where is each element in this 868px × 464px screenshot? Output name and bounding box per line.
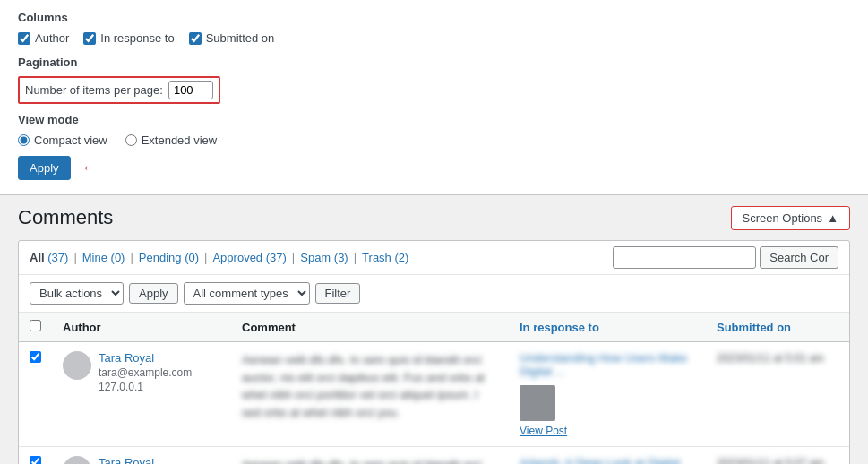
items-per-page-input[interactable] <box>168 81 213 99</box>
filter-spam[interactable]: Spam (3) <box>300 251 348 264</box>
view-mode-radios: Compact view Extended view <box>18 133 850 147</box>
filter-mine[interactable]: Mine (0) <box>82 251 125 264</box>
checkbox-author[interactable]: Author <box>18 31 69 45</box>
filter-all[interactable]: All (37) <box>30 251 68 264</box>
table-row: Tara Royal tara@example.com 127.0.0.1 Ae… <box>19 447 849 465</box>
arrow-indicator: ← <box>82 159 98 177</box>
response-header-label: In response to <box>520 321 599 334</box>
row-author-cell: Tara Royal tara@example.com 127.0.0.1 <box>52 447 231 465</box>
apply-label: Apply <box>30 161 59 175</box>
submitted-date-0: 2023/01/11 at 5:01 am <box>717 352 824 365</box>
author-ip-0: 127.0.0.1 <box>99 381 192 393</box>
comment-text-0: Aenean velit dfs dfs. In sem quis id bla… <box>242 351 498 421</box>
comment-text-1: Aenean velit dfs dfs. In sem quis id bla… <box>242 456 498 464</box>
pagination-box: Number of items per page: <box>18 76 220 104</box>
radio-extended-input[interactable] <box>125 134 137 146</box>
select-all-checkbox[interactable] <box>30 320 41 331</box>
response-title-1: Artwork: A Deep Look at Digital Art and … <box>520 456 695 464</box>
filter-pending[interactable]: Pending (0) <box>139 251 199 264</box>
comment-header-label: Comment <box>242 321 296 334</box>
row-check-cell <box>19 342 52 447</box>
columns-title: Columns <box>18 11 850 24</box>
search-button[interactable]: Search Cor <box>760 246 838 269</box>
screen-options-button[interactable]: Screen Options ▲ <box>731 206 850 230</box>
row-response-cell: Artwork: A Deep Look at Digital Art and … <box>509 447 706 465</box>
th-response: In response to <box>509 313 706 342</box>
row-checkbox-0[interactable] <box>30 351 41 363</box>
view-mode-title: View mode <box>18 113 850 126</box>
avatar-0 <box>63 351 91 380</box>
checkbox-in-response-label: In response to <box>100 31 174 45</box>
submitted-header-label: Submitted on <box>717 321 791 334</box>
comments-table: Author Comment In response to Submitted … <box>19 313 849 464</box>
submitted-date-1: 2023/01/11 at 5:07 am <box>717 457 824 464</box>
response-thumb-0 <box>520 385 555 421</box>
checkbox-in-response-input[interactable] <box>83 32 96 45</box>
screen-options-label: Screen Options <box>743 211 823 225</box>
row-submitted-cell: 2023/01/11 at 5:01 am <box>706 342 849 447</box>
filter-trash[interactable]: Trash (2) <box>362 251 408 264</box>
row-submitted-cell: 2023/01/11 at 5:07 am <box>706 447 849 465</box>
filter-links: All (37) | Mine (0) | Pending (0) | Appr… <box>30 251 408 264</box>
pagination-label: Number of items per page: <box>25 83 163 97</box>
filter-bar: Bulk actions Apply All comment types Fil… <box>19 275 849 313</box>
row-checkbox-1[interactable] <box>30 456 41 464</box>
screen-options-arrow-icon: ▲ <box>827 211 838 225</box>
th-author: Author <box>52 313 231 342</box>
th-check <box>19 313 52 342</box>
filter-approved[interactable]: Approved (37) <box>212 251 286 264</box>
search-input[interactable] <box>613 246 756 269</box>
radio-extended[interactable]: Extended view <box>125 133 218 147</box>
pagination-row: Number of items per page: <box>18 76 850 104</box>
radio-compact-input[interactable] <box>18 134 30 146</box>
checkbox-submitted-label: Submitted on <box>206 31 275 45</box>
screen-options-panel: Columns Author In response to Submitted … <box>0 0 868 195</box>
row-response-cell: Understanding How Users Make Digital ...… <box>509 342 706 447</box>
table-row: Tara Royal tara@example.com 127.0.0.1 Ae… <box>19 342 849 447</box>
pagination-title: Pagination <box>18 56 850 69</box>
radio-extended-label: Extended view <box>142 133 218 147</box>
search-row: Search Cor <box>613 246 838 269</box>
page-header: Comments Screen Options ▲ <box>0 195 868 233</box>
author-email-0: tara@example.com <box>99 366 192 379</box>
radio-compact-label: Compact view <box>34 133 107 147</box>
author-name-1: Tara Royal <box>99 456 192 464</box>
avatar-1 <box>63 456 91 464</box>
checkbox-author-label: Author <box>35 31 69 45</box>
page-title: Comments <box>18 202 113 233</box>
th-comment: Comment <box>231 313 509 342</box>
row-comment-cell: Aenean velit dfs dfs. In sem quis id bla… <box>231 342 509 447</box>
author-name-0: Tara Royal <box>99 351 192 365</box>
screen-options-apply-button[interactable]: Apply <box>18 156 71 180</box>
checkbox-in-response[interactable]: In response to <box>83 31 174 45</box>
comment-types-select[interactable]: All comment types <box>184 282 310 305</box>
comments-wrap: All (37) | Mine (0) | Pending (0) | Appr… <box>18 240 850 464</box>
columns-checkboxes: Author In response to Submitted on <box>18 31 850 45</box>
th-submitted: Submitted on <box>706 313 849 342</box>
checkbox-submitted-input[interactable] <box>189 32 202 45</box>
bulk-actions-select[interactable]: Bulk actions <box>30 282 124 305</box>
author-header-label: Author <box>63 321 101 334</box>
row-comment-cell: Aenean velit dfs dfs. In sem quis id bla… <box>231 447 509 465</box>
table-header-row: Author Comment In response to Submitted … <box>19 313 849 342</box>
radio-compact[interactable]: Compact view <box>18 133 107 147</box>
filter-button[interactable]: Filter <box>315 283 361 304</box>
checkbox-submitted[interactable]: Submitted on <box>189 31 275 45</box>
main-content: Comments Screen Options ▲ All (37) | Min… <box>0 195 868 464</box>
checkbox-author-input[interactable] <box>18 32 30 45</box>
response-link-0[interactable]: View Post <box>520 425 695 437</box>
response-title-0: Understanding How Users Make Digital ... <box>520 351 695 378</box>
row-author-cell: Tara Royal tara@example.com 127.0.0.1 <box>52 342 231 447</box>
row-check-cell <box>19 447 52 465</box>
bulk-apply-button[interactable]: Apply <box>129 283 178 304</box>
